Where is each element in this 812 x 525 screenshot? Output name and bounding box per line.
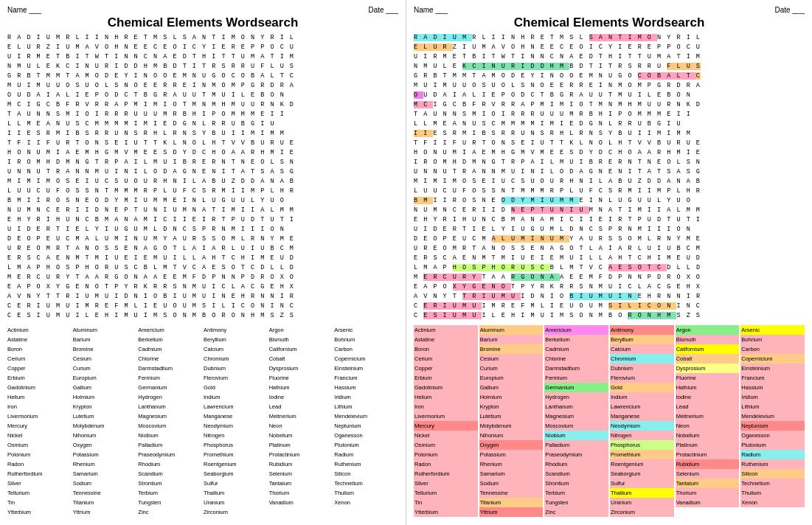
word-item: Cobalt — [269, 354, 333, 364]
word-item: Technetium — [740, 479, 805, 488]
word-item: Einsteinium — [334, 364, 398, 373]
word-item: Silver — [7, 479, 72, 488]
word-item: Neptunium — [334, 421, 398, 431]
word-item: Antimony — [204, 325, 268, 335]
word-item: Palladium — [138, 440, 202, 450]
word-item: Flerovium — [610, 373, 674, 383]
grid-row: N U M N C E R I I D N E P T U N I U M N … — [7, 206, 398, 215]
word-item: Lead — [676, 402, 740, 411]
word-item: Californium — [676, 344, 740, 354]
word-item: Hydrogen — [544, 392, 608, 402]
word-item: Dubnium — [610, 364, 674, 373]
word-item: Sulfur — [204, 479, 268, 488]
word-item: Rubidium — [676, 459, 740, 469]
grid-row: C E S I U M U I L E H I M U I M S O N M … — [414, 311, 805, 321]
word-item: Rutherfordium — [7, 469, 72, 479]
grid-row: N U M N C E R I I D N E P T U N I U M N … — [414, 206, 805, 215]
word-item: Radium — [334, 450, 398, 459]
word-item: Seaborgium — [610, 469, 674, 479]
word-item: Copper — [7, 364, 72, 373]
grid-row: M C I G C B F R V R R A P M I M I O T M … — [7, 100, 398, 110]
word-item: Zirconium — [204, 507, 268, 517]
word-item: Nihonium — [479, 431, 544, 440]
word-item: Carbon — [740, 344, 805, 354]
word-item: Lanthanum — [544, 402, 608, 411]
word-item: Bismuth — [676, 335, 740, 344]
left-grid: R A D I U M R L I I N H R E T M S L S A … — [7, 33, 398, 321]
word-item: Lead — [269, 402, 333, 411]
grid-row: L U U C U F O S S N T M M M R P L U F C … — [414, 187, 805, 196]
word-item: Sulfur — [610, 479, 674, 488]
word-item: Bromine — [73, 344, 137, 354]
grid-row: L L M E A N U S C M M M M I M I E D G N … — [414, 119, 805, 129]
word-item: Hafnium — [676, 383, 740, 392]
word-item: Hydrogen — [138, 392, 202, 402]
grid-row: E H Y R I H U N C B M A N A M I C I I E … — [7, 215, 398, 225]
word-item: Lutetium — [479, 411, 544, 421]
word-item: Potassium — [479, 450, 544, 459]
word-item: Polonium — [414, 450, 478, 459]
word-item: Selenium — [676, 469, 740, 479]
word-item: Lutetium — [73, 411, 137, 421]
word-item: Praseodymium — [138, 450, 202, 459]
word-item: Polonium — [7, 450, 72, 459]
word-item: Yttrium — [73, 507, 137, 517]
grid-row: U I R M E T B I T W T I N N C N A E D T … — [7, 52, 398, 62]
word-item: Nickel — [7, 431, 72, 440]
word-item: Scandium — [138, 469, 202, 479]
grid-row: H O N U M I A E M H G M V M E E S D Y D … — [7, 148, 398, 158]
word-item: Ytterbium — [414, 507, 478, 517]
word-item: Xenon — [740, 498, 805, 507]
word-item: Oganesson — [740, 431, 805, 440]
grid-row: C E R I U M U I M R E F M L I E U O U M … — [7, 302, 398, 311]
word-item: Barium — [479, 335, 544, 344]
word-item: Lithium — [334, 402, 398, 411]
grid-row: M I M I M O S E I U C S U O U R H N I L … — [7, 177, 398, 187]
word-item: Mendelevium — [740, 411, 805, 421]
right-page-header: Name ___ Date ___ — [414, 6, 805, 14]
word-item: Roentgenium — [610, 459, 674, 469]
word-item: Germanium — [138, 383, 202, 392]
word-item: Chlorine — [138, 354, 202, 364]
word-item: Mercury — [414, 421, 478, 431]
word-item: Ruthenium — [740, 459, 805, 469]
word-item: Rhodium — [138, 459, 202, 469]
word-item: Argon — [269, 325, 333, 335]
word-item: Krypton — [73, 402, 137, 411]
left-name-label: Name ___ — [7, 6, 41, 14]
grid-row: L U U C U F O S S N T M M M R P L U F C … — [7, 187, 398, 196]
word-item: Beryllium — [204, 335, 268, 344]
word-item: Radon — [414, 459, 478, 469]
word-item: Bromine — [479, 344, 544, 354]
word-item: Thorium — [676, 488, 740, 498]
word-item: Gadolinium — [414, 383, 478, 392]
grid-row: E A P O X Y G E N O T P Y R K R R S N M … — [7, 282, 398, 292]
word-item: Indium — [204, 392, 268, 402]
grid-row: E R S C A E N M T M I U E I E M U I L L … — [414, 254, 805, 263]
grid-row: R A D I U M R L I I N H R E T M S L S A … — [7, 33, 398, 43]
grid-row: B M I I R O S N E O D Y M I U M M E I N … — [414, 196, 805, 206]
word-item: Tellurium — [7, 488, 72, 498]
word-item: Helium — [414, 392, 478, 402]
word-item: Iodine — [676, 392, 740, 402]
grid-row: T F I I F U R T O N S E I U T T K L N O … — [414, 139, 805, 148]
word-item: Cadmium — [138, 344, 202, 354]
word-item: Argon — [676, 325, 740, 335]
word-item: Thallium — [204, 488, 268, 498]
word-item: Titanium — [479, 498, 544, 507]
word-item: Neon — [269, 421, 333, 431]
word-item: Terbium — [138, 488, 202, 498]
word-item: Boron — [414, 344, 478, 354]
word-item: Aluminum — [73, 325, 137, 335]
word-item: Technetium — [334, 479, 398, 488]
word-item: Tantalum — [676, 479, 740, 488]
word-item: Roentgenium — [204, 459, 268, 469]
word-item: Nitrogen — [204, 431, 268, 440]
word-item: Iridium — [334, 392, 398, 402]
word-item: Thulium — [334, 488, 398, 498]
word-item: Protactinium — [269, 450, 333, 459]
word-item: Americium — [138, 325, 202, 335]
word-item: Terbium — [544, 488, 608, 498]
word-item: Cerium — [7, 354, 72, 364]
word-item: Holmium — [73, 392, 137, 402]
